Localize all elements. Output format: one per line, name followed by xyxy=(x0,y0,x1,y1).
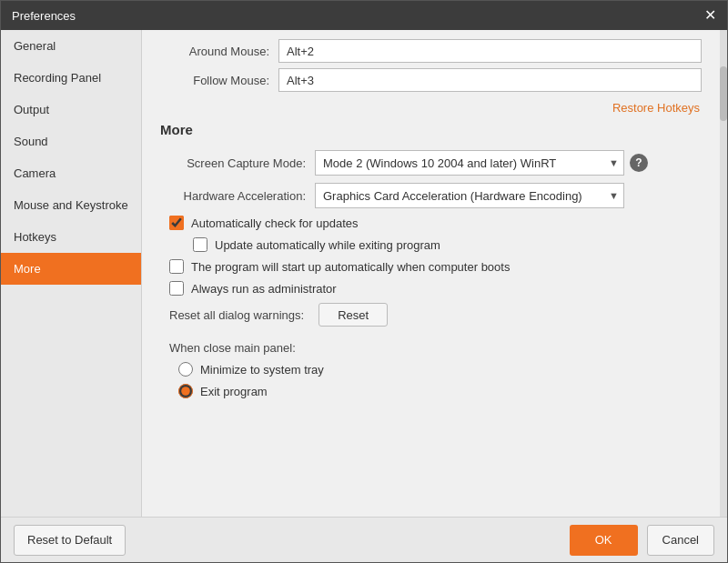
exit-program-row: Exit program xyxy=(169,384,702,398)
bottom-bar: Reset to Default OK Cancel xyxy=(1,517,727,562)
window-title: Preferences xyxy=(12,9,76,23)
bottom-left: Reset to Default xyxy=(14,525,126,556)
admin-row: Always run as administrator xyxy=(160,281,702,296)
follow-mouse-label: Follow Mouse: xyxy=(160,74,278,87)
screen-capture-dropdown[interactable]: Mode 1 (Compatible) Mode 2 (Windows 10 2… xyxy=(315,150,624,176)
minimize-label: Minimize to system tray xyxy=(200,363,324,377)
scrollbar-track[interactable] xyxy=(720,30,727,517)
hardware-accel-label: Hardware Acceleration: xyxy=(160,189,315,203)
around-mouse-label: Around Mouse: xyxy=(160,45,278,58)
admin-checkbox[interactable] xyxy=(169,281,184,296)
exit-label: Exit program xyxy=(200,385,268,398)
preferences-window: Preferences ✕ General Recording Panel Ou… xyxy=(0,0,728,563)
sidebar-item-mouse-keystroke[interactable]: Mouse and Keystroke xyxy=(1,189,141,221)
hotkeys-top-fields: Around Mouse: Follow Mouse: xyxy=(160,39,702,92)
sidebar-item-general[interactable]: General xyxy=(1,30,141,62)
reset-dialog-row: Reset all dialog warnings: Reset xyxy=(160,303,702,327)
around-mouse-input[interactable] xyxy=(278,39,702,63)
sidebar-item-hotkeys[interactable]: Hotkeys xyxy=(1,221,141,253)
sidebar: General Recording Panel Output Sound Cam… xyxy=(1,30,142,517)
sidebar-item-recording-panel[interactable]: Recording Panel xyxy=(1,62,141,94)
bottom-right: OK Cancel xyxy=(570,525,714,556)
sidebar-item-more[interactable]: More xyxy=(1,253,141,285)
hardware-accel-dropdown[interactable]: Graphics Card Acceleration (Hardware Enc… xyxy=(315,183,624,208)
auto-update-label: Update automatically while exiting progr… xyxy=(215,238,440,252)
help-icon[interactable]: ? xyxy=(630,154,648,172)
restore-hotkeys-link[interactable]: Restore Hotkeys xyxy=(160,101,702,115)
hardware-accel-row: Hardware Acceleration: Graphics Card Acc… xyxy=(160,183,702,208)
screen-capture-label: Screen Capture Mode: xyxy=(160,156,315,170)
close-button[interactable]: ✕ xyxy=(704,8,716,23)
auto-update-checkbox[interactable] xyxy=(193,237,207,252)
sidebar-item-output[interactable]: Output xyxy=(1,94,141,126)
reset-dialog-label: Reset all dialog warnings: xyxy=(169,308,304,322)
around-mouse-row: Around Mouse: xyxy=(160,39,702,63)
startup-label: The program will start up automatically … xyxy=(191,260,510,274)
screen-capture-dropdown-container: Mode 1 (Compatible) Mode 2 (Windows 10 2… xyxy=(315,150,624,176)
exit-radio[interactable] xyxy=(178,384,193,398)
sidebar-item-sound[interactable]: Sound xyxy=(1,126,141,157)
title-bar: Preferences ✕ xyxy=(1,1,727,30)
scrollbar-thumb[interactable] xyxy=(720,66,727,121)
main-content: General Recording Panel Output Sound Cam… xyxy=(1,30,727,517)
auto-update-row: Update automatically while exiting progr… xyxy=(160,237,702,252)
sidebar-item-camera[interactable]: Camera xyxy=(1,157,141,189)
ok-button[interactable]: OK xyxy=(570,525,638,556)
startup-checkbox[interactable] xyxy=(169,259,184,274)
follow-mouse-row: Follow Mouse: xyxy=(160,68,702,92)
screen-capture-row: Screen Capture Mode: Mode 1 (Compatible)… xyxy=(160,150,702,176)
admin-label: Always run as administrator xyxy=(191,282,337,296)
startup-row: The program will start up automatically … xyxy=(160,259,702,274)
more-section: More Screen Capture Mode: Mode 1 (Compat… xyxy=(160,122,702,398)
when-close-section: When close main panel: Minimize to syste… xyxy=(160,341,702,398)
reset-dialog-button[interactable]: Reset xyxy=(318,303,388,327)
hardware-accel-dropdown-container: Graphics Card Acceleration (Hardware Enc… xyxy=(315,183,624,208)
content-area: Around Mouse: Follow Mouse: Restore Hotk… xyxy=(142,30,720,517)
minimize-radio[interactable] xyxy=(178,362,193,377)
screen-capture-wrapper: Mode 1 (Compatible) Mode 2 (Windows 10 2… xyxy=(315,150,648,176)
minimize-to-tray-row: Minimize to system tray xyxy=(169,362,702,377)
follow-mouse-input[interactable] xyxy=(278,68,702,92)
auto-check-updates-checkbox[interactable] xyxy=(169,216,184,230)
auto-check-updates-row: Automatically check for updates xyxy=(160,216,702,230)
auto-check-updates-label: Automatically check for updates xyxy=(191,216,359,230)
when-close-label: When close main panel: xyxy=(169,341,702,355)
cancel-button[interactable]: Cancel xyxy=(647,525,714,556)
more-section-title: More xyxy=(160,122,702,137)
reset-to-default-button[interactable]: Reset to Default xyxy=(14,525,126,556)
